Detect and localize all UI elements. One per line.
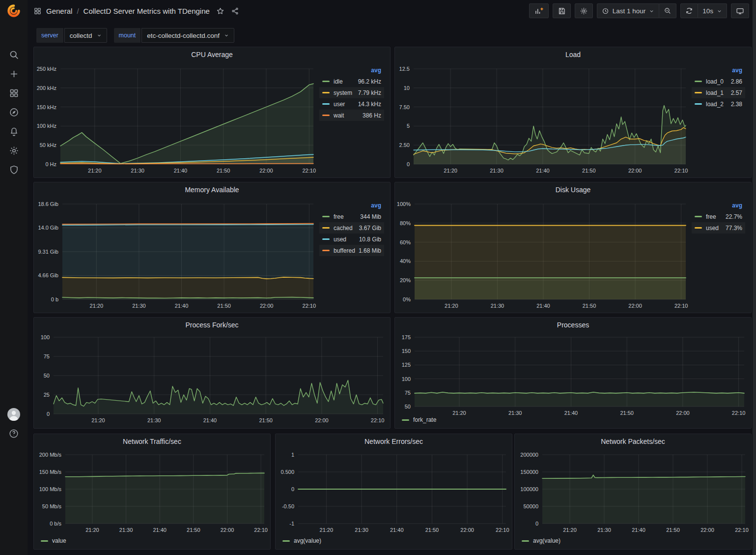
- panel-load: Load02.5057.501012.521:2021:3021:4021:50…: [394, 47, 752, 178]
- kiosk-mode-button[interactable]: [731, 3, 749, 18]
- svg-text:75: 75: [405, 390, 411, 396]
- svg-text:0%: 0%: [403, 296, 411, 302]
- sidebar-item-dashboards[interactable]: [0, 84, 28, 103]
- sidebar-bottom: [0, 408, 28, 440]
- legend-item-cached[interactable]: cached3.67 Gib: [319, 222, 384, 234]
- sidebar-item-create[interactable]: [0, 64, 28, 84]
- legend-item-used[interactable]: used10.8 Gib: [319, 234, 384, 245]
- svg-text:22:10: 22:10: [371, 417, 385, 423]
- variable-server-label: server: [36, 28, 63, 43]
- refresh-button[interactable]: [680, 3, 698, 18]
- processes-plot[interactable]: 507510012515017521:2021:3021:4021:5022:0…: [395, 318, 751, 428]
- add-panel-button[interactable]: [529, 3, 549, 18]
- legend-swatch-icon: [41, 540, 48, 542]
- variable-mount-select[interactable]: etc-collectd-collectd.conf: [141, 28, 234, 43]
- panel-memory: Memory Available0 b4.66 Gib9.31 Gib14.0 …: [33, 182, 391, 313]
- legend-swatch-icon: [282, 540, 290, 542]
- net_packets-plot[interactable]: 05000010000015000020000021:2021:3021:402…: [515, 434, 751, 549]
- save-icon: [558, 7, 566, 15]
- legend-series-name: idle: [334, 78, 343, 85]
- legend-series-value: 386 Hz: [363, 112, 381, 119]
- svg-text:22:00: 22:00: [628, 303, 642, 309]
- sidebar-item-alerting[interactable]: [0, 122, 28, 141]
- legend-header-avg[interactable]: avg: [692, 65, 745, 76]
- legend-item-value[interactable]: value: [41, 536, 66, 545]
- legend-item-free[interactable]: free22.7%: [692, 211, 745, 222]
- legend-item-buffered[interactable]: buffered1.68 Mib: [319, 245, 384, 256]
- sidebar-item-search[interactable]: [0, 45, 28, 64]
- svg-text:100%: 100%: [397, 201, 411, 207]
- net_errors-plot[interactable]: -1-0.5000.500121:2021:3021:4021:5022:002…: [276, 434, 512, 549]
- svg-text:175: 175: [402, 334, 411, 340]
- svg-text:21:30: 21:30: [147, 417, 161, 423]
- time-picker-group: Last 1 hour: [597, 3, 677, 18]
- svg-text:200000: 200000: [520, 452, 538, 458]
- refresh-interval-picker[interactable]: 10s: [698, 3, 727, 18]
- dashboards-icon: [9, 88, 19, 98]
- fork-plot[interactable]: 025507510021:2021:3021:4021:5022:0022:10: [34, 318, 390, 428]
- sidebar-item-configuration[interactable]: [0, 141, 28, 160]
- svg-text:21:40: 21:40: [390, 527, 404, 533]
- apps-grid-icon: [33, 7, 42, 15]
- svg-text:0: 0: [291, 486, 294, 492]
- legend-item-avg(value)[interactable]: avg(value): [522, 536, 560, 545]
- time-range-picker[interactable]: Last 1 hour: [597, 3, 660, 18]
- zoom-out-time-button[interactable]: [659, 3, 676, 18]
- breadcrumb-section[interactable]: General: [46, 7, 72, 15]
- share-button[interactable]: [231, 7, 239, 15]
- svg-text:21:30: 21:30: [119, 527, 133, 533]
- configuration-icon: [9, 146, 19, 156]
- grafana-flame-icon: [6, 3, 21, 18]
- legend-item-load_0[interactable]: load_02.86: [692, 76, 745, 87]
- svg-text:200 Mb/s: 200 Mb/s: [39, 452, 62, 458]
- sidebar-item-explore[interactable]: [0, 103, 28, 122]
- star-icon: [216, 7, 224, 15]
- legend-header-avg[interactable]: avg: [319, 65, 384, 76]
- dashboard-settings-button[interactable]: [575, 3, 593, 18]
- legend-header-avg[interactable]: avg: [692, 200, 745, 211]
- legend-series-value: 3.67 Gib: [359, 225, 381, 232]
- svg-text:21:30: 21:30: [490, 168, 504, 174]
- sidebar-menu: [0, 45, 28, 179]
- legend-item-used[interactable]: used77.3%: [692, 222, 745, 234]
- legend-item-avg(value)[interactable]: avg(value): [282, 536, 321, 545]
- legend-item-user[interactable]: user14.3 kHz: [319, 98, 384, 110]
- svg-text:12.5: 12.5: [399, 66, 410, 72]
- net_traffic-plot[interactable]: 0 b/s50 Mb/s100 Mb/s150 Mb/s200 Mb/s21:2…: [34, 434, 270, 549]
- legend-items: free344 Mibcached3.67 Gibused10.8 Gibbuf…: [319, 211, 384, 256]
- legend-item-load_2[interactable]: load_22.38: [692, 98, 745, 110]
- legend-series-name: system: [334, 89, 352, 96]
- avatar[interactable]: [0, 408, 28, 421]
- sync-icon: [685, 7, 693, 15]
- legend-item-load_1[interactable]: load_12.57: [692, 87, 745, 98]
- sidebar-item-server-admin[interactable]: [0, 160, 28, 179]
- legend-item-system[interactable]: system7.79 kHz: [319, 87, 384, 98]
- svg-text:22:10: 22:10: [732, 410, 746, 416]
- legend-swatch-icon: [322, 238, 330, 240]
- panel-fork: Process Fork/sec025507510021:2021:3021:4…: [33, 317, 391, 429]
- svg-text:21:40: 21:40: [203, 417, 217, 423]
- legend-item-wait[interactable]: wait386 Hz: [319, 110, 384, 121]
- page-scrollbar[interactable]: [753, 0, 756, 555]
- svg-text:20%: 20%: [400, 277, 411, 283]
- svg-text:4.66 Gib: 4.66 Gib: [38, 272, 58, 278]
- save-dashboard-button[interactable]: [553, 3, 571, 18]
- panel-processes: Processes507510012515017521:2021:3021:40…: [394, 317, 752, 429]
- grafana-dashboard: General / CollectD Server Metrics with T…: [0, 0, 756, 555]
- svg-text:7.50: 7.50: [399, 104, 410, 110]
- star-button[interactable]: [216, 7, 224, 15]
- legend-item-free[interactable]: free344 Mib: [319, 211, 384, 222]
- variable-server-select[interactable]: collectd: [64, 28, 107, 43]
- legend-item-idle[interactable]: idle96.2 kHz: [319, 76, 384, 87]
- server-admin-icon: [9, 165, 19, 175]
- panel-cpu: CPU Average0 Hz50 kHz100 kHz150 kHz200 k…: [33, 47, 391, 178]
- legend-swatch-icon: [695, 103, 702, 105]
- panel-net_errors: Network Errors/sec-1-0.5000.500121:2021:…: [275, 434, 512, 550]
- grafana-logo-icon[interactable]: [0, 0, 28, 22]
- svg-text:22:10: 22:10: [303, 168, 316, 174]
- svg-text:14.0 Gib: 14.0 Gib: [38, 225, 58, 231]
- variable-server: server collectd: [36, 28, 107, 43]
- help-button[interactable]: [0, 427, 28, 440]
- legend-header-avg[interactable]: avg: [319, 200, 384, 211]
- legend-item-fork_rate[interactable]: fork_rate: [402, 415, 436, 424]
